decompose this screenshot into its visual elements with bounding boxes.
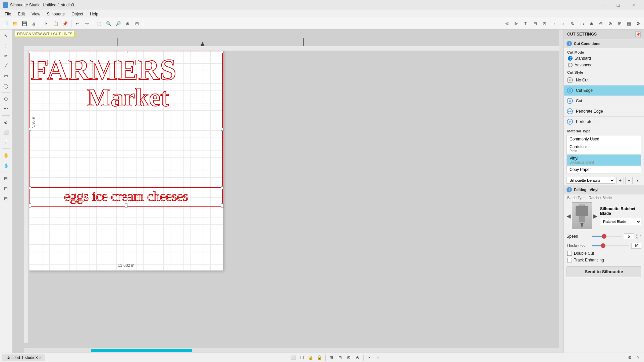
open-button[interactable]: 📂 (11, 19, 19, 28)
rect-tool[interactable]: ▭ (1, 71, 11, 80)
bb-select-all[interactable]: ⬜ (290, 354, 297, 361)
align-left-button[interactable]: ⫷ (502, 19, 511, 28)
node-tool[interactable]: ⋮ (1, 41, 11, 50)
stamp-tool[interactable]: ⊞ (1, 194, 11, 203)
menu-silhouette[interactable]: Silhouette (44, 11, 68, 17)
cut-style-perforate-edge[interactable]: PE Perforate Edge (564, 106, 644, 117)
menu-edit[interactable]: Edit (14, 11, 28, 17)
bb-settings[interactable]: ⚙ (626, 354, 633, 361)
bb-copy-cut[interactable]: ✂ (366, 354, 373, 361)
cut-style-cut[interactable]: C Cut (564, 96, 644, 106)
bb-help[interactable]: ? (635, 354, 642, 361)
blade-next-button[interactable]: ▶ (593, 213, 597, 219)
material-vinyl[interactable]: Vinyl Silhouette brand (567, 155, 641, 166)
eraser-tool[interactable]: ⬜ (1, 127, 11, 137)
bb-delete[interactable]: ✕ (374, 354, 382, 361)
zoom-in-button[interactable]: 🔍 (104, 19, 113, 28)
maximize-button[interactable]: □ (610, 0, 626, 10)
group-button[interactable]: ⊟ (531, 19, 539, 28)
weld-button[interactable]: ⊕ (587, 19, 596, 28)
handle-tl[interactable] (29, 51, 31, 53)
hscroll-thumb[interactable] (91, 349, 192, 352)
redo-button[interactable]: ↪ (83, 19, 91, 28)
bb-deselect[interactable]: ☐ (299, 354, 306, 361)
pan-tool[interactable]: ✋ (1, 150, 11, 160)
thickness-slider-thumb[interactable] (601, 243, 605, 248)
bb-lock[interactable]: 🔒 (307, 354, 315, 361)
subtract-button[interactable]: ⊖ (596, 19, 605, 28)
zoom-actual-button[interactable]: ⊞ (132, 19, 141, 28)
cut-button[interactable]: ✂ (42, 19, 51, 28)
handle-bm[interactable] (125, 205, 127, 208)
select-button[interactable]: ⬚ (95, 19, 104, 28)
poly-tool[interactable]: ⬡ (1, 94, 11, 104)
knife-tool[interactable]: ⊘ (1, 117, 11, 127)
menu-object[interactable]: Object (68, 11, 87, 17)
bb-combine[interactable]: ⊠ (345, 354, 353, 361)
flip-v-button[interactable]: ↕ (559, 19, 568, 28)
cut-conditions-header[interactable]: i Cut Conditions (564, 39, 644, 48)
cut-style-perforate[interactable]: P Perforate (564, 117, 644, 127)
thickness-slider[interactable] (592, 245, 629, 246)
minimize-button[interactable]: − (595, 0, 610, 10)
editing-header[interactable]: i Editing : Vinyl (564, 185, 644, 194)
material-cardstock[interactable]: Cardstock Plain (567, 143, 641, 155)
zoom-fit-button[interactable]: ⊕ (123, 19, 132, 28)
handle-tr[interactable] (221, 51, 224, 53)
defaults-select[interactable]: Silhouette Defaults (567, 177, 615, 184)
save-button[interactable]: 💾 (20, 19, 29, 28)
freehand-tool[interactable]: 〜 (1, 104, 11, 114)
handle-bl[interactable] (29, 205, 31, 208)
zoom-out-button[interactable]: 🔎 (114, 19, 122, 28)
line-tool[interactable]: ╱ (1, 61, 11, 70)
menu-view[interactable]: View (28, 11, 44, 17)
new-button[interactable]: 📄 (1, 19, 10, 28)
defaults-remove-button[interactable]: − (625, 177, 633, 184)
bb-ungroup[interactable]: ⊟ (336, 354, 344, 361)
tab-close-button[interactable]: × (39, 356, 41, 360)
cut-mode-advanced-row[interactable]: Advanced (564, 62, 644, 68)
menu-file[interactable]: File (1, 11, 14, 17)
defaults-settings-button[interactable]: ▼ (634, 177, 641, 184)
tab-untitled[interactable]: Untitled-1.studio3 × (2, 354, 45, 361)
radio-advanced[interactable] (568, 63, 573, 67)
intersect-button[interactable]: ⊗ (606, 19, 614, 28)
eyedrop-tool[interactable]: 💧 (1, 161, 11, 170)
material-copy-paper[interactable]: Copy Paper (567, 166, 641, 174)
ungroup-button[interactable]: ⊠ (540, 19, 549, 28)
align-right-button[interactable]: ⫸ (512, 19, 521, 28)
bb-group[interactable]: ⊞ (328, 354, 335, 361)
handle-ml[interactable] (29, 128, 31, 131)
select-tool[interactable]: ↖ (1, 31, 11, 40)
defaults-add-button[interactable]: + (616, 177, 624, 184)
bb-break[interactable]: ⊗ (354, 354, 361, 361)
pencil-tool[interactable]: ✏ (1, 51, 11, 60)
gradient-tool[interactable]: ⊡ (1, 184, 11, 193)
speed-slider[interactable] (592, 236, 622, 237)
bb-unlock[interactable]: 🔓 (316, 354, 323, 361)
blade-prev-button[interactable]: ◀ (567, 213, 571, 219)
paste-button[interactable]: 📌 (61, 19, 69, 28)
handle-tm[interactable] (125, 51, 127, 53)
print-button[interactable]: 🖨 (30, 19, 38, 28)
panel-pin-button[interactable]: 📌 (635, 32, 641, 37)
handle-mr[interactable] (221, 128, 224, 131)
handle-br[interactable] (221, 205, 224, 208)
cut-style-no-cut[interactable]: ✗ No Cut (564, 75, 644, 85)
copy-button[interactable]: 📋 (51, 19, 60, 28)
mirror-button[interactable]: ⧢ (578, 19, 586, 28)
ellipse-tool[interactable]: ◯ (1, 81, 11, 90)
close-button[interactable]: × (626, 0, 641, 10)
track-enhancing-checkbox[interactable] (567, 258, 572, 262)
speed-value-input[interactable]: 5 (624, 233, 634, 239)
radio-standard[interactable] (568, 56, 573, 61)
send-to-silhouette-button[interactable]: Send to Silhouette (567, 266, 641, 277)
thickness-value-input[interactable]: 10 (631, 243, 641, 249)
material-commonly-used[interactable]: Commonly Used (567, 135, 641, 143)
blade-type-select[interactable]: Ratchet Blade (600, 218, 641, 225)
rotate-button[interactable]: ↻ (568, 19, 577, 28)
settings-button[interactable]: ⚙ (634, 19, 643, 28)
flip-h-button[interactable]: ↔ (549, 19, 558, 28)
menu-help[interactable]: Help (87, 11, 102, 17)
text-tool[interactable]: T (1, 137, 11, 147)
